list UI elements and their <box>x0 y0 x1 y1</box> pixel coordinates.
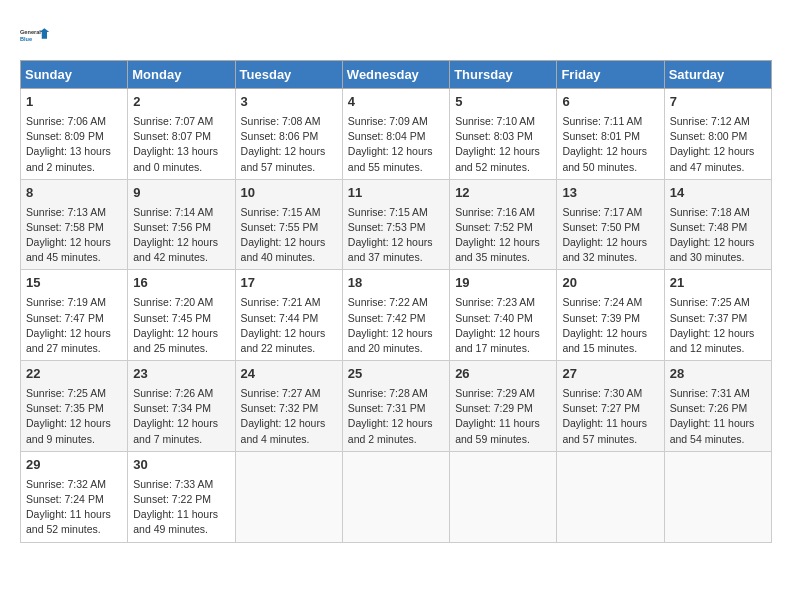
header-tuesday: Tuesday <box>235 61 342 89</box>
calendar-day-17: 17Sunrise: 7:21 AMSunset: 7:44 PMDayligh… <box>235 270 342 361</box>
sunset-time: Sunset: 7:55 PM <box>241 220 337 235</box>
daylight-label: Daylight: 12 hours and 32 minutes. <box>562 235 658 265</box>
calendar-day-8: 8Sunrise: 7:13 AMSunset: 7:58 PMDaylight… <box>21 179 128 270</box>
daylight-label: Daylight: 12 hours and 37 minutes. <box>348 235 444 265</box>
sunset-time: Sunset: 7:48 PM <box>670 220 766 235</box>
svg-text:Blue: Blue <box>20 36 32 42</box>
calendar-empty <box>664 451 771 542</box>
day-number: 3 <box>241 93 337 112</box>
day-number: 27 <box>562 365 658 384</box>
sunrise-time: Sunrise: 7:16 AM <box>455 205 551 220</box>
daylight-label: Daylight: 12 hours and 12 minutes. <box>670 326 766 356</box>
sunrise-time: Sunrise: 7:27 AM <box>241 386 337 401</box>
sunset-time: Sunset: 7:34 PM <box>133 401 229 416</box>
sunset-time: Sunset: 8:01 PM <box>562 129 658 144</box>
calendar-day-7: 7Sunrise: 7:12 AMSunset: 8:00 PMDaylight… <box>664 89 771 180</box>
calendar-empty <box>557 451 664 542</box>
daylight-label: Daylight: 12 hours and 2 minutes. <box>348 416 444 446</box>
sunset-time: Sunset: 7:31 PM <box>348 401 444 416</box>
sunrise-time: Sunrise: 7:13 AM <box>26 205 122 220</box>
sunrise-time: Sunrise: 7:14 AM <box>133 205 229 220</box>
sunset-time: Sunset: 8:09 PM <box>26 129 122 144</box>
calendar-week-3: 15Sunrise: 7:19 AMSunset: 7:47 PMDayligh… <box>21 270 772 361</box>
daylight-label: Daylight: 12 hours and 55 minutes. <box>348 144 444 174</box>
sunrise-time: Sunrise: 7:25 AM <box>670 295 766 310</box>
calendar-day-26: 26Sunrise: 7:29 AMSunset: 7:29 PMDayligh… <box>450 361 557 452</box>
calendar-day-20: 20Sunrise: 7:24 AMSunset: 7:39 PMDayligh… <box>557 270 664 361</box>
calendar-empty <box>235 451 342 542</box>
header-friday: Friday <box>557 61 664 89</box>
day-number: 16 <box>133 274 229 293</box>
day-number: 6 <box>562 93 658 112</box>
sunrise-time: Sunrise: 7:33 AM <box>133 477 229 492</box>
sunset-time: Sunset: 7:58 PM <box>26 220 122 235</box>
header-wednesday: Wednesday <box>342 61 449 89</box>
daylight-label: Daylight: 12 hours and 47 minutes. <box>670 144 766 174</box>
daylight-label: Daylight: 12 hours and 45 minutes. <box>26 235 122 265</box>
calendar-day-27: 27Sunrise: 7:30 AMSunset: 7:27 PMDayligh… <box>557 361 664 452</box>
sunset-time: Sunset: 7:47 PM <box>26 311 122 326</box>
daylight-label: Daylight: 12 hours and 25 minutes. <box>133 326 229 356</box>
daylight-label: Daylight: 13 hours and 0 minutes. <box>133 144 229 174</box>
sunset-time: Sunset: 7:32 PM <box>241 401 337 416</box>
sunset-time: Sunset: 8:07 PM <box>133 129 229 144</box>
sunrise-time: Sunrise: 7:15 AM <box>241 205 337 220</box>
day-number: 21 <box>670 274 766 293</box>
daylight-label: Daylight: 12 hours and 9 minutes. <box>26 416 122 446</box>
sunrise-time: Sunrise: 7:23 AM <box>455 295 551 310</box>
sunrise-time: Sunrise: 7:06 AM <box>26 114 122 129</box>
header-sunday: Sunday <box>21 61 128 89</box>
sunset-time: Sunset: 8:00 PM <box>670 129 766 144</box>
sunrise-time: Sunrise: 7:15 AM <box>348 205 444 220</box>
daylight-label: Daylight: 12 hours and 7 minutes. <box>133 416 229 446</box>
day-number: 11 <box>348 184 444 203</box>
calendar-day-29: 29Sunrise: 7:32 AMSunset: 7:24 PMDayligh… <box>21 451 128 542</box>
calendar-day-9: 9Sunrise: 7:14 AMSunset: 7:56 PMDaylight… <box>128 179 235 270</box>
daylight-label: Daylight: 11 hours and 59 minutes. <box>455 416 551 446</box>
day-number: 13 <box>562 184 658 203</box>
sunrise-time: Sunrise: 7:29 AM <box>455 386 551 401</box>
day-number: 25 <box>348 365 444 384</box>
day-number: 4 <box>348 93 444 112</box>
daylight-label: Daylight: 12 hours and 17 minutes. <box>455 326 551 356</box>
sunrise-time: Sunrise: 7:09 AM <box>348 114 444 129</box>
daylight-label: Daylight: 12 hours and 40 minutes. <box>241 235 337 265</box>
sunset-time: Sunset: 7:42 PM <box>348 311 444 326</box>
calendar-day-3: 3Sunrise: 7:08 AMSunset: 8:06 PMDaylight… <box>235 89 342 180</box>
calendar-day-14: 14Sunrise: 7:18 AMSunset: 7:48 PMDayligh… <box>664 179 771 270</box>
day-number: 26 <box>455 365 551 384</box>
calendar-day-12: 12Sunrise: 7:16 AMSunset: 7:52 PMDayligh… <box>450 179 557 270</box>
calendar-day-18: 18Sunrise: 7:22 AMSunset: 7:42 PMDayligh… <box>342 270 449 361</box>
sunrise-time: Sunrise: 7:26 AM <box>133 386 229 401</box>
day-number: 8 <box>26 184 122 203</box>
header: GeneralBlue <box>20 20 772 50</box>
header-monday: Monday <box>128 61 235 89</box>
sunrise-time: Sunrise: 7:17 AM <box>562 205 658 220</box>
sunrise-time: Sunrise: 7:20 AM <box>133 295 229 310</box>
day-number: 19 <box>455 274 551 293</box>
daylight-label: Daylight: 11 hours and 49 minutes. <box>133 507 229 537</box>
daylight-label: Daylight: 12 hours and 27 minutes. <box>26 326 122 356</box>
daylight-label: Daylight: 13 hours and 2 minutes. <box>26 144 122 174</box>
calendar-day-22: 22Sunrise: 7:25 AMSunset: 7:35 PMDayligh… <box>21 361 128 452</box>
calendar-week-1: 1Sunrise: 7:06 AMSunset: 8:09 PMDaylight… <box>21 89 772 180</box>
calendar-day-5: 5Sunrise: 7:10 AMSunset: 8:03 PMDaylight… <box>450 89 557 180</box>
day-number: 30 <box>133 456 229 475</box>
calendar-empty <box>450 451 557 542</box>
logo-icon: GeneralBlue <box>20 20 50 50</box>
sunset-time: Sunset: 7:40 PM <box>455 311 551 326</box>
sunrise-time: Sunrise: 7:08 AM <box>241 114 337 129</box>
calendar-day-24: 24Sunrise: 7:27 AMSunset: 7:32 PMDayligh… <box>235 361 342 452</box>
sunset-time: Sunset: 7:37 PM <box>670 311 766 326</box>
calendar-day-30: 30Sunrise: 7:33 AMSunset: 7:22 PMDayligh… <box>128 451 235 542</box>
daylight-label: Daylight: 12 hours and 20 minutes. <box>348 326 444 356</box>
sunset-time: Sunset: 7:24 PM <box>26 492 122 507</box>
sunrise-time: Sunrise: 7:18 AM <box>670 205 766 220</box>
calendar-day-23: 23Sunrise: 7:26 AMSunset: 7:34 PMDayligh… <box>128 361 235 452</box>
sunset-time: Sunset: 7:26 PM <box>670 401 766 416</box>
day-number: 5 <box>455 93 551 112</box>
day-number: 29 <box>26 456 122 475</box>
sunrise-time: Sunrise: 7:32 AM <box>26 477 122 492</box>
daylight-label: Daylight: 12 hours and 30 minutes. <box>670 235 766 265</box>
day-number: 28 <box>670 365 766 384</box>
